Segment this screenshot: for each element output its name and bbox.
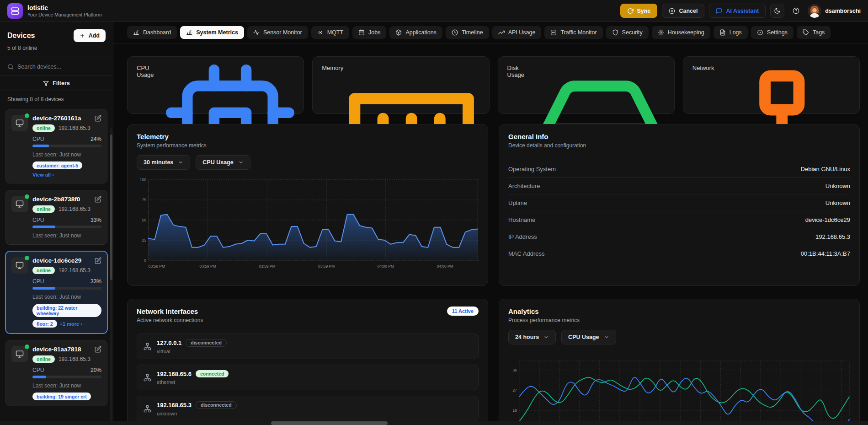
stat-label: Disk Usage bbox=[507, 65, 536, 78]
device-card[interactable]: device-2b8738f0online192.168.65.3CPU33%L… bbox=[5, 190, 107, 245]
cancel-button[interactable]: Cancel bbox=[662, 4, 704, 18]
filters-button[interactable]: Filters bbox=[0, 76, 113, 91]
device-tags: customer: agent-5View all › bbox=[32, 161, 101, 178]
device-card[interactable]: device-81aa7818online192.168.65.3CPU20%L… bbox=[5, 340, 107, 406]
help-button[interactable] bbox=[789, 4, 803, 18]
ai-assistant-button[interactable]: AI Assistant bbox=[709, 4, 766, 18]
tab-jobs[interactable]: Jobs bbox=[352, 26, 386, 39]
interface-ip: 192.168.65.6 bbox=[157, 371, 192, 377]
network-icon bbox=[144, 374, 151, 382]
theme-toggle-button[interactable] bbox=[770, 4, 784, 18]
info-value: 192.168.65.3 bbox=[815, 233, 850, 240]
tab-settings[interactable]: Settings bbox=[751, 26, 793, 39]
edit-device-icon[interactable] bbox=[95, 115, 101, 122]
tab-timeline[interactable]: Timeline bbox=[446, 26, 489, 39]
tab-system-metrics[interactable]: System Metrics bbox=[180, 26, 244, 39]
general-info-subtitle: Device details and configuration bbox=[508, 142, 850, 149]
devices-sidebar: Devices Add 5 of 8 online Filters Showin… bbox=[0, 22, 113, 425]
tab-dashboard[interactable]: Dashboard bbox=[127, 26, 177, 39]
user-menu[interactable]: dsamborschi bbox=[808, 4, 861, 18]
showing-count: Showing 8 of 8 devices bbox=[0, 91, 113, 105]
monitor-icon bbox=[16, 119, 24, 127]
info-row: IP Address192.168.65.3 bbox=[508, 228, 850, 245]
device-tags: building: 19 singer crt bbox=[32, 393, 101, 400]
cpu-progress-fill bbox=[32, 226, 55, 228]
info-label: IP Address bbox=[508, 233, 537, 240]
analytics-range-select[interactable]: 24 hours bbox=[508, 330, 556, 344]
device-ip-row: online192.168.65.3 bbox=[32, 267, 101, 274]
tab-security[interactable]: Security bbox=[606, 26, 649, 39]
avatar bbox=[808, 4, 821, 18]
device-card[interactable]: device-2760161aonline192.168.65.3CPU24%L… bbox=[5, 109, 107, 183]
device-icon-box bbox=[11, 196, 28, 212]
device-card-main: device-2b8738f0online192.168.65.3CPU33%L… bbox=[32, 196, 101, 239]
plus-icon bbox=[80, 33, 85, 38]
sidebar-scrollbar-thumb[interactable] bbox=[110, 134, 112, 280]
device-tag: customer: agent-5 bbox=[32, 161, 82, 169]
device-name: device-1dc6ce29 bbox=[32, 257, 101, 264]
search-input[interactable] bbox=[17, 64, 106, 70]
package-icon bbox=[395, 29, 402, 36]
device-tags-link[interactable]: +1 more › bbox=[60, 321, 82, 327]
cpu-progress-track bbox=[32, 226, 101, 228]
chevron-down-icon bbox=[604, 334, 609, 340]
device-card-top: device-2b8738f0online192.168.65.3CPU33%L… bbox=[11, 196, 101, 239]
general-info-title: General Info bbox=[508, 133, 850, 140]
device-ip: 192.168.65.3 bbox=[59, 125, 91, 131]
horizontal-scrollbar[interactable] bbox=[0, 421, 868, 425]
edit-device-icon[interactable] bbox=[95, 196, 101, 203]
interface-row[interactable]: 192.168.65.3disconnectedunknown bbox=[137, 396, 479, 421]
edit-device-icon[interactable] bbox=[95, 257, 101, 264]
tab-label: API Usage bbox=[508, 29, 536, 36]
telemetry-metric-select[interactable]: CPU Usage bbox=[196, 155, 250, 170]
horizontal-scrollbar-thumb[interactable] bbox=[271, 421, 388, 425]
tab-label: Sensor Monitor bbox=[263, 29, 302, 36]
telemetry-range-select[interactable]: 30 minutes bbox=[137, 155, 190, 170]
add-device-button[interactable]: Add bbox=[74, 29, 106, 42]
device-tags-link[interactable]: View all › bbox=[32, 172, 54, 178]
tab-traffic-monitor[interactable]: Traffic Monitor bbox=[544, 26, 602, 39]
device-card-main: device-2760161aonline192.168.65.3CPU24%L… bbox=[32, 115, 101, 178]
device-card-top: device-81aa7818online192.168.65.3CPU20%L… bbox=[11, 346, 101, 400]
network-icon bbox=[144, 343, 151, 350]
moon-icon bbox=[774, 7, 781, 14]
info-row: MAC Address00:1B:44:11:3A:B7 bbox=[508, 245, 850, 262]
tab-applications[interactable]: Applications bbox=[389, 26, 442, 39]
svg-text:03:59 PM: 03:59 PM bbox=[259, 264, 275, 269]
status-badge: online bbox=[32, 205, 55, 213]
network-interfaces-title: Network Interfaces bbox=[137, 307, 479, 315]
chevron-down-icon bbox=[543, 334, 549, 340]
stat-card: CPU Usage33%+20.3% bbox=[127, 56, 304, 114]
interface-type: unknown bbox=[157, 411, 237, 416]
sidebar-title: Devices bbox=[7, 32, 35, 40]
filter-icon bbox=[43, 81, 49, 86]
info-row: ArchitectureUnknown bbox=[508, 178, 850, 194]
tab-api-usage[interactable]: API Usage bbox=[492, 26, 542, 39]
device-card[interactable]: device-1dc6ce29online192.168.65.3CPU33%L… bbox=[5, 251, 107, 334]
svg-text:0: 0 bbox=[144, 258, 146, 263]
tab-tags[interactable]: Tags bbox=[797, 26, 831, 39]
interface-row[interactable]: 127.0.0.1disconnectedvirtual bbox=[137, 334, 479, 359]
sync-button[interactable]: Sync bbox=[620, 4, 658, 18]
network-interfaces-panel: Network Interfaces Active network connec… bbox=[127, 299, 488, 425]
monitor-icon bbox=[16, 350, 24, 358]
device-ip: 192.168.65.3 bbox=[59, 206, 91, 212]
topbar-actions: Sync Cancel AI Assistant dsamborschi bbox=[620, 4, 861, 18]
interface-row[interactable]: 192.168.65.6connectedethernet bbox=[137, 365, 479, 390]
tab-sensor-monitor[interactable]: Sensor Monitor bbox=[247, 26, 308, 39]
analytics-metric-select[interactable]: CPU Usage bbox=[561, 330, 616, 344]
network-icon bbox=[144, 405, 151, 413]
edit-device-icon[interactable] bbox=[95, 346, 101, 353]
info-label: Architecture bbox=[508, 183, 540, 189]
cpu-label: CPU bbox=[32, 217, 44, 223]
last-seen: Last seen: Just now bbox=[32, 232, 101, 239]
tab-mqtt[interactable]: MQTT bbox=[311, 26, 349, 39]
info-row: Hostnamedevice-1dc6ce29 bbox=[508, 211, 850, 228]
tab-logs[interactable]: Logs bbox=[714, 26, 748, 39]
online-summary: 5 of 8 online bbox=[7, 45, 106, 51]
tab-housekeeping[interactable]: Housekeeping bbox=[652, 26, 710, 39]
stats-row: CPU Usage33%+20.3%Memory41%Disk Usage7%N… bbox=[127, 56, 860, 114]
sidebar-scrollbar[interactable] bbox=[110, 128, 112, 421]
cpu-value: 33% bbox=[91, 217, 101, 223]
shield-icon bbox=[612, 29, 618, 36]
